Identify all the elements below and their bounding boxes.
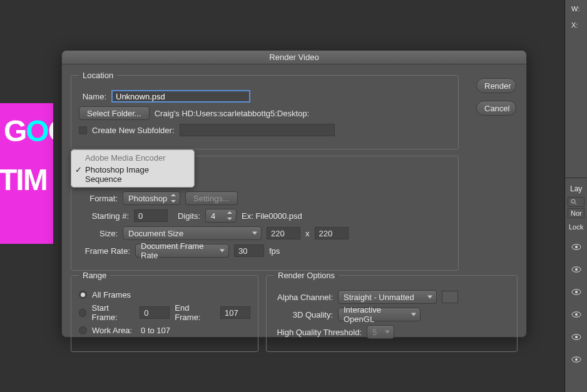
filename-example: Ex: File0000.psd: [242, 211, 302, 221]
output-settings-group: Adobe Media Encoder ✓ Photoshop Image Se…: [71, 156, 459, 271]
start-frame-radio[interactable]: [79, 309, 86, 317]
svg-point-0: [571, 199, 575, 203]
folder-path: Craig's HD:Users:scarletabbottg5:Desktop…: [155, 109, 309, 118]
caret-down-icon: [171, 200, 176, 203]
svg-point-7: [575, 291, 578, 293]
caret-down-icon: [411, 313, 416, 316]
end-frame-label: End Frame:: [175, 303, 215, 322]
layer-visibility-toggle[interactable]: [565, 326, 587, 348]
frame-rate-label: Frame Rate:: [79, 246, 130, 256]
render-video-dialog: Render Video Render Cancel Location Name…: [61, 50, 527, 338]
eye-icon: [571, 334, 581, 340]
lock-label: Lock: [565, 222, 587, 232]
location-group: Location Name: Select Folder... Craig's …: [71, 71, 459, 149]
hq-threshold-label: High Quality Threshold:: [274, 328, 362, 337]
layer-visibility-toggle[interactable]: [565, 348, 587, 371]
quality-select[interactable]: Interactive OpenGL: [338, 308, 421, 321]
work-area-text: 0 to 107: [141, 326, 170, 335]
select-folder-button[interactable]: Select Folder...: [79, 106, 150, 120]
transform-x-label: X:: [565, 20, 587, 30]
render-options-legend: Render Options: [274, 271, 339, 280]
layer-visibility-toggle[interactable]: [565, 236, 587, 258]
start-frame-input[interactable]: [140, 306, 170, 319]
hq-threshold-select: 5: [367, 325, 394, 339]
transform-w-label: W:: [565, 4, 587, 14]
encoder-dropdown-menu: Adobe Media Encoder ✓ Photoshop Image Se…: [71, 149, 195, 188]
start-frame-label: Start Frame:: [91, 303, 135, 322]
caret-down-icon: [385, 331, 390, 334]
name-label: Name:: [79, 92, 106, 101]
end-frame-input[interactable]: [220, 306, 250, 319]
starting-number-input[interactable]: [134, 209, 168, 222]
eye-icon: [571, 311, 581, 318]
render-button[interactable]: Render: [476, 78, 516, 93]
encoder-option-ame: Adobe Media Encoder: [71, 152, 194, 164]
dialog-title: Render Video: [62, 51, 526, 64]
svg-point-11: [575, 336, 578, 338]
eye-icon: [571, 356, 581, 363]
blend-mode-select[interactable]: Nor: [568, 208, 584, 218]
quality-label: 3D Quality:: [274, 310, 333, 319]
caret-down-icon: [220, 249, 225, 253]
format-label: Format:: [79, 194, 118, 203]
alpha-channel-select[interactable]: Straight - Unmatted: [338, 290, 437, 304]
render-options-group: Render Options Alpha Channel: Straight -…: [266, 271, 518, 352]
layers-search[interactable]: [568, 197, 584, 207]
caret-up-icon: [171, 194, 176, 196]
subfolder-input[interactable]: [180, 124, 335, 136]
quality-value: Interactive OpenGL: [344, 305, 407, 324]
height-input[interactable]: [315, 227, 349, 239]
encoder-option-image-sequence[interactable]: ✓ Photoshop Image Sequence: [71, 164, 194, 185]
eye-icon: [571, 244, 581, 250]
settings-button: Settings...: [185, 191, 238, 205]
canvas-glyph: TIM: [0, 166, 47, 194]
frame-rate-select-value: Document Frame Rate: [141, 241, 216, 260]
create-subfolder-label: Create New Subfolder:: [92, 126, 175, 135]
right-panels: W: X: Lay Nor Lock: [564, 0, 587, 392]
tab-layers[interactable]: Lay: [565, 182, 587, 196]
work-area-label: Work Area:: [92, 326, 132, 335]
document-canvas: GOO TIM: [0, 103, 53, 244]
x-separator: x: [305, 229, 310, 238]
canvas-glyph: G: [4, 114, 26, 148]
create-subfolder-checkbox[interactable]: [79, 126, 87, 134]
fps-input[interactable]: [234, 244, 264, 257]
caret-up-icon: [227, 211, 232, 214]
all-frames-radio[interactable]: [79, 291, 87, 299]
svg-line-1: [575, 203, 577, 205]
caret-down-icon: [252, 232, 257, 235]
location-legend: Location: [79, 71, 117, 80]
frame-rate-select[interactable]: Document Frame Rate: [135, 244, 229, 258]
eye-icon: [571, 289, 581, 295]
svg-point-3: [575, 246, 578, 248]
matte-color-swatch[interactable]: [442, 291, 458, 303]
format-select[interactable]: Photoshop: [123, 191, 180, 205]
width-input[interactable]: [267, 227, 300, 239]
digits-select[interactable]: 4: [205, 209, 237, 223]
all-frames-label: All Frames: [92, 290, 131, 299]
eye-icon: [571, 266, 581, 273]
layer-visibility-toggle[interactable]: [565, 281, 587, 303]
cancel-button[interactable]: Cancel: [476, 101, 516, 116]
encoder-option-label: Photoshop Image Sequence: [85, 165, 149, 184]
range-group: Range All Frames Start Frame: End Frame:…: [71, 271, 258, 352]
size-select[interactable]: Document Size: [123, 226, 262, 240]
name-input[interactable]: [111, 90, 250, 103]
digits-select-value: 4: [211, 211, 215, 221]
caret-down-icon: [427, 296, 432, 299]
work-area-radio[interactable]: [79, 326, 87, 334]
svg-point-9: [575, 313, 578, 316]
checkmark-icon: ✓: [75, 165, 82, 174]
size-label: Size:: [79, 229, 118, 238]
canvas-glyph: O: [26, 114, 48, 148]
layer-visibility-toggle[interactable]: [565, 303, 587, 326]
svg-point-13: [575, 358, 578, 361]
canvas-glyph: O: [48, 114, 53, 148]
starting-number-label: Starting #:: [79, 211, 129, 221]
fps-unit: fps: [269, 246, 280, 256]
layer-visibility-toggle[interactable]: [565, 258, 587, 281]
digits-label: Digits:: [173, 211, 200, 221]
search-icon: [571, 199, 577, 205]
svg-point-5: [575, 268, 578, 271]
size-select-value: Document Size: [128, 229, 183, 238]
